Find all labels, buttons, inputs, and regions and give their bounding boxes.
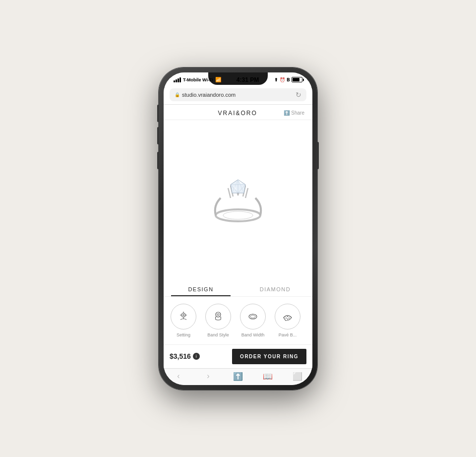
- svg-line-3: [245, 188, 248, 198]
- svg-point-28: [287, 316, 288, 317]
- svg-point-29: [289, 318, 290, 319]
- url-field[interactable]: 🔒 studio.vraiandoro.com ↻: [170, 88, 306, 101]
- ring-svg: [203, 171, 273, 230]
- alarm-icon: ⏰: [280, 77, 285, 82]
- price-display: $3,516: [170, 352, 191, 360]
- carrier-text: T-Mobile Wi-Fi: [183, 77, 213, 82]
- battery-indicator: [292, 77, 302, 82]
- svg-point-25: [249, 314, 257, 319]
- svg-point-23: [216, 312, 221, 317]
- option-circle-setting: [171, 304, 196, 329]
- brand-logo: VRAI&ORO: [218, 110, 257, 117]
- bluetooth-icon: 𝗕: [287, 77, 290, 82]
- svg-point-27: [286, 318, 287, 319]
- svg-point-17: [181, 313, 185, 317]
- status-bar: T-Mobile Wi-Fi 📶 4:31 PM ⬆ ⏰ 𝗕: [164, 72, 312, 85]
- option-circle-band-width: [240, 304, 266, 329]
- bookmarks-icon[interactable]: 📖: [260, 372, 275, 381]
- share-label: Share: [291, 110, 304, 116]
- svg-point-30: [287, 319, 288, 320]
- svg-point-24: [217, 314, 219, 316]
- status-left: T-Mobile Wi-Fi 📶: [174, 77, 221, 82]
- lock-icon: 🔒: [175, 92, 180, 97]
- option-setting[interactable]: Setting: [169, 304, 198, 337]
- band-style-icon: [211, 310, 225, 324]
- setting-icon: [177, 310, 190, 324]
- safari-toolbar: ‹ › ⬆️ 📖 ⬜: [164, 368, 312, 385]
- option-band-style[interactable]: Band Style: [203, 304, 233, 337]
- design-options: Setting Band Style: [164, 297, 312, 344]
- url-text: 🔒 studio.vraiandoro.com: [175, 92, 236, 98]
- band-width-icon: [246, 310, 260, 324]
- option-label-setting: Setting: [177, 332, 190, 337]
- forward-icon[interactable]: ›: [201, 372, 216, 381]
- tab-diamond[interactable]: DIAMOND: [238, 281, 312, 296]
- status-right: ⬆ ⏰ 𝗕: [274, 77, 302, 82]
- battery-fill: [293, 78, 299, 81]
- option-circle-band-style: [205, 304, 231, 329]
- share-toolbar-icon[interactable]: ⬆️: [231, 372, 245, 381]
- share-button[interactable]: ⬆️ Share: [284, 110, 304, 116]
- option-label-band-width: Band Width: [241, 332, 265, 337]
- ring-image-area: [164, 120, 312, 281]
- tabs-icon[interactable]: ⬜: [290, 372, 305, 381]
- svg-line-2: [228, 188, 231, 198]
- phone-screen: T-Mobile Wi-Fi 📶 4:31 PM ⬆ ⏰ 𝗕 🔒 studio.…: [164, 72, 312, 385]
- option-circle-pave: [275, 304, 300, 329]
- pave-icon: [281, 310, 295, 324]
- url-bar: 🔒 studio.vraiandoro.com ↻: [164, 85, 312, 105]
- app-content: VRAI&ORO ⬆️ Share: [164, 105, 312, 368]
- back-icon[interactable]: ‹: [171, 372, 186, 381]
- phone-frame: T-Mobile Wi-Fi 📶 4:31 PM ⬆ ⏰ 𝗕 🔒 studio.…: [159, 67, 317, 390]
- info-icon[interactable]: i: [193, 353, 200, 360]
- url-display: studio.vraiandoro.com: [182, 92, 236, 98]
- svg-point-1: [223, 211, 253, 219]
- signal-bars: [174, 77, 181, 82]
- svg-point-26: [250, 315, 255, 318]
- price-section: $3,516 i: [170, 352, 232, 360]
- svg-point-18: [183, 314, 184, 316]
- ring-image: [203, 171, 273, 230]
- app-header: VRAI&ORO ⬆️ Share: [164, 105, 312, 120]
- wifi-icon: 📶: [215, 77, 221, 82]
- option-pave[interactable]: Pavé B...: [273, 304, 302, 337]
- order-ring-button[interactable]: ORDER YOUR RING: [232, 349, 306, 364]
- status-time: 4:31 PM: [237, 76, 259, 83]
- option-label-band-style: Band Style: [207, 332, 229, 337]
- share-icon: ⬆️: [284, 110, 290, 116]
- tab-design[interactable]: DESIGN: [164, 281, 238, 296]
- location-icon: ⬆: [274, 77, 278, 82]
- option-label-pave: Pavé B...: [279, 332, 297, 337]
- refresh-icon[interactable]: ↻: [296, 91, 301, 99]
- bottom-bar: $3,516 i ORDER YOUR RING: [164, 344, 312, 368]
- tabs-container: DESIGN DIAMOND: [164, 281, 312, 297]
- option-band-width[interactable]: Band Width: [238, 304, 268, 337]
